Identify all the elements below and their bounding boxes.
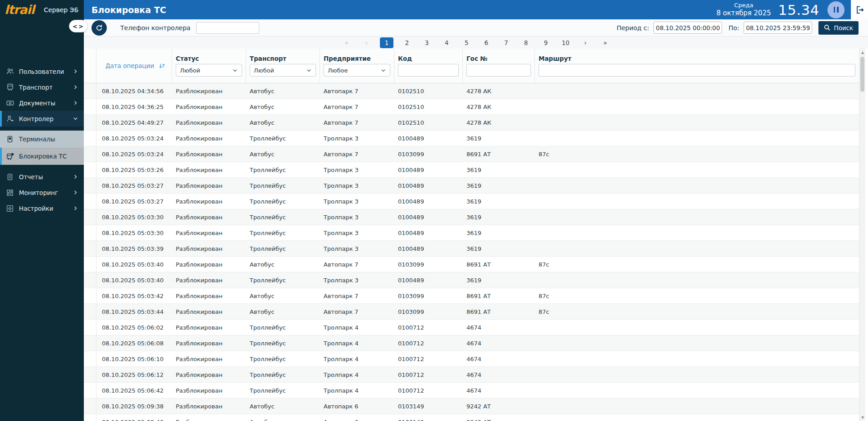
pagination-last[interactable]: »	[599, 37, 612, 48]
cell-gos: 4674	[463, 335, 535, 351]
chevron-down-icon	[306, 68, 312, 73]
cell-date: 08.10.2025 05:03:40	[96, 257, 172, 272]
cell-date: 08.10.2025 05:06:42	[96, 383, 172, 398]
cell-transport: Автобус	[246, 146, 320, 162]
table-row[interactable]: 08.10.2025 05:03:27РазблокированТроллейб…	[84, 178, 859, 194]
cell-enterprise: Автопарк 7	[320, 257, 394, 272]
cell-route: 87с	[535, 257, 859, 272]
cell-code: 0100712	[394, 320, 463, 335]
sidebar-item-terminals[interactable]: Терминалы	[0, 131, 84, 148]
cell-enterprise: Автопарк 7	[320, 99, 394, 114]
chevron-right-icon	[73, 205, 79, 212]
cell-date: 08.10.2025 05:03:44	[96, 304, 172, 319]
cell-status: Разблокирован	[172, 83, 246, 99]
table-row[interactable]: 08.10.2025 05:03:42РазблокированАвтобусА…	[84, 288, 859, 304]
cell-transport: Автобус	[246, 257, 320, 272]
table-row[interactable]: 08.10.2025 05:03:26РазблокированТроллейб…	[84, 162, 859, 178]
cell-transport: Троллейбус	[246, 162, 320, 177]
table-row[interactable]: 08.10.2025 05:06:42РазблокированТроллейб…	[84, 383, 859, 398]
controller-phone-input[interactable]	[196, 22, 259, 34]
chevron-right-icon	[73, 190, 79, 196]
table-row[interactable]: 08.10.2025 05:03:27РазблокированТроллейб…	[84, 194, 859, 209]
sidebar-item-monitoring[interactable]: Мониторинг	[0, 185, 84, 200]
sidebar-item-users[interactable]: Пользователи	[0, 63, 84, 79]
page-button-3[interactable]: 3	[420, 37, 433, 48]
route-filter-input[interactable]	[539, 64, 855, 77]
table-row[interactable]: 08.10.2025 05:03:40РазблокированАвтобусА…	[84, 257, 859, 272]
page-button-2[interactable]: 2	[401, 37, 413, 48]
scroll-down-arrow-icon[interactable]: ▼	[859, 414, 866, 421]
table-row[interactable]: 08.10.2025 05:06:08РазблокированТроллейб…	[84, 335, 859, 351]
page-button-8[interactable]: 8	[520, 37, 532, 48]
refresh-button[interactable]	[91, 20, 107, 36]
column-header-gos: Гос №	[463, 49, 535, 83]
table-row[interactable]: 08.10.2025 05:03:39РазблокированТроллейб…	[84, 241, 859, 257]
gos-filter-input[interactable]	[466, 64, 531, 77]
cell-transport: Троллейбус	[246, 367, 320, 382]
search-button[interactable]: Поиск	[818, 21, 859, 35]
cell-enterprise: Тролпарк 4	[320, 335, 394, 351]
cell-route	[535, 272, 859, 288]
table-row[interactable]: 08.10.2025 05:06:02РазблокированТроллейб…	[84, 320, 859, 335]
transport-filter-select[interactable]: Любой	[250, 64, 316, 77]
sidebar-item-settings[interactable]: Настройки	[0, 200, 84, 216]
clock: 15.34	[778, 2, 819, 18]
sort-by-date-link[interactable]: Дата операции	[105, 62, 154, 69]
cell-spacer	[84, 398, 96, 414]
page-button-4[interactable]: 4	[440, 37, 453, 48]
pagination-next[interactable]: ›	[579, 37, 592, 48]
sidebar-item-vehicle-block[interactable]: Блокировка ТС	[0, 148, 84, 165]
table-row[interactable]: 08.10.2025 05:09:40РазблокированАвтобусА…	[84, 414, 859, 421]
cell-spacer	[84, 351, 96, 367]
table-row[interactable]: 08.10.2025 05:03:24РазблокированАвтобусА…	[84, 146, 859, 162]
pagination-first[interactable]: «	[340, 37, 353, 48]
cell-code: 0100712	[394, 383, 463, 398]
scrollbar-thumb[interactable]	[860, 57, 864, 92]
sidebar-item-label: Транспорт	[19, 84, 73, 91]
cell-transport: Автобус	[246, 414, 320, 421]
page-button-5[interactable]: 5	[460, 37, 473, 48]
sidebar-item-controller[interactable]: Контролер	[0, 111, 84, 127]
pause-button[interactable]	[827, 1, 845, 18]
table-row[interactable]: 08.10.2025 05:03:40РазблокированТроллейб…	[84, 272, 859, 288]
sidebar-collapse-button[interactable]: <>	[69, 20, 88, 32]
sidebar-item-documents[interactable]: Документы	[0, 95, 84, 111]
table-row[interactable]: 08.10.2025 05:03:44РазблокированАвтобусА…	[84, 304, 859, 320]
enterprise-filter-select[interactable]: Любое	[324, 64, 390, 77]
table-row[interactable]: 08.10.2025 05:06:10РазблокированТроллейб…	[84, 351, 859, 367]
scroll-up-arrow-icon[interactable]: ▲	[859, 49, 866, 56]
page-button-6[interactable]: 6	[480, 37, 493, 48]
cell-date: 08.10.2025 05:03:24	[96, 131, 172, 146]
table-row[interactable]: 08.10.2025 05:03:30РазблокированТроллейб…	[84, 209, 859, 225]
page-button-10[interactable]: 10	[559, 37, 572, 48]
table-row[interactable]: 08.10.2025 05:03:30РазблокированТроллейб…	[84, 225, 859, 241]
pagination-prev[interactable]: ‹	[360, 37, 373, 48]
operations-table: Дата операцииСтатусЛюбойТранспортЛюбойПр…	[84, 49, 859, 421]
column-header-status: СтатусЛюбой	[172, 49, 246, 83]
cell-date: 08.10.2025 05:03:27	[96, 178, 172, 193]
page-button-9[interactable]: 9	[539, 37, 552, 48]
cell-code: 0102510	[394, 99, 463, 114]
table-row[interactable]: 08.10.2025 05:06:12РазблокированТроллейб…	[84, 367, 859, 383]
vertical-scrollbar[interactable]: ▲ ▼	[859, 49, 865, 421]
column-header-date: Дата операции	[96, 49, 172, 83]
page-button-7[interactable]: 7	[500, 37, 512, 48]
table-row[interactable]: 08.10.2025 04:49:27РазблокированАвтобусА…	[84, 115, 859, 131]
logout-button[interactable]	[851, 0, 868, 19]
table-row[interactable]: 08.10.2025 05:03:24РазблокированТроллейб…	[84, 131, 859, 146]
period-to-input[interactable]	[744, 22, 812, 34]
sidebar-item-transport[interactable]: Транспорт	[0, 79, 84, 95]
sidebar-item-reports[interactable]: Отчеты	[0, 169, 84, 185]
sort-desc-icon[interactable]	[159, 63, 165, 69]
code-filter-input[interactable]	[398, 64, 459, 77]
table-row[interactable]: 08.10.2025 04:34:56РазблокированАвтобусА…	[84, 83, 859, 99]
table-row[interactable]: 08.10.2025 05:09:38РазблокированАвтобусА…	[84, 398, 859, 414]
status-filter-select[interactable]: Любой	[176, 64, 242, 77]
cell-date: 08.10.2025 05:03:24	[96, 146, 172, 162]
cell-enterprise: Тролпарк 3	[320, 162, 394, 177]
period-from-input[interactable]	[653, 22, 722, 34]
page-button-1[interactable]: 1	[380, 37, 393, 48]
table-row[interactable]: 08.10.2025 04:36:25РазблокированАвтобусА…	[84, 99, 859, 115]
brand-logo: ltrail	[5, 4, 34, 16]
cell-spacer	[84, 209, 96, 225]
